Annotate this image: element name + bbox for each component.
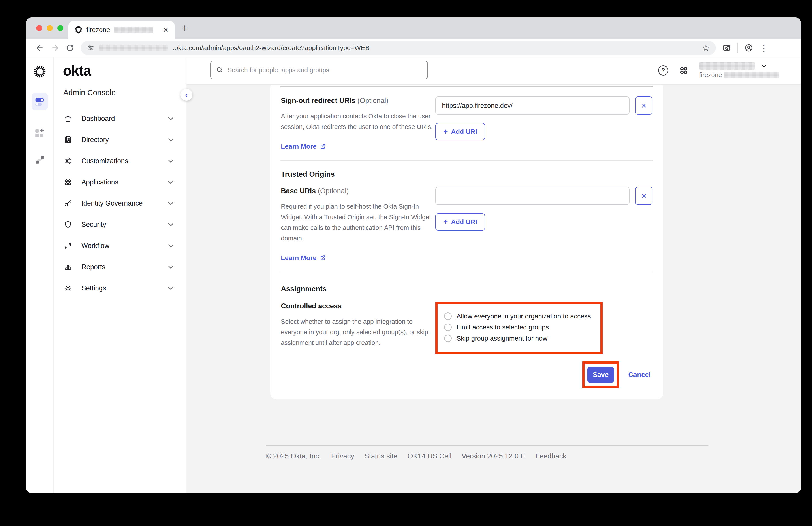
- sidebar-item-customizations[interactable]: Customizations: [54, 151, 186, 172]
- signout-uris-label: Sign-out redirect URIs (Optional): [281, 97, 435, 105]
- reload-icon[interactable]: [66, 44, 74, 52]
- base-uris-section: Base URIs (Optional) Required if you pla…: [270, 179, 663, 272]
- tab-title: firezone: [87, 26, 110, 33]
- footer-link-privacy[interactable]: Privacy: [331, 452, 354, 460]
- base-uri-input[interactable]: [435, 187, 629, 205]
- radio-option-limit-groups[interactable]: Limit access to selected groups: [444, 322, 594, 333]
- footer-link-feedback[interactable]: Feedback: [535, 452, 566, 460]
- sidebar-item-identity-governance[interactable]: Identity Governance: [54, 193, 186, 214]
- search-tabs-icon[interactable]: [722, 44, 731, 52]
- controlled-access-label: Controlled access: [281, 302, 435, 310]
- key-icon: [64, 199, 72, 208]
- radio-option-allow-everyone[interactable]: Allow everyone in your organization to a…: [444, 311, 594, 322]
- trusted-origins-heading: Trusted Origins: [281, 170, 652, 179]
- bookmark-star-icon[interactable]: ☆: [702, 43, 710, 53]
- controlled-access-label-text: Controlled access: [281, 302, 342, 310]
- new-tab-button[interactable]: +: [182, 22, 188, 34]
- radio-button[interactable]: [444, 324, 452, 331]
- signout-uris-label-text: Sign-out redirect URIs: [281, 97, 356, 104]
- cancel-button[interactable]: Cancel: [628, 371, 651, 379]
- chevron-down-icon: [760, 63, 767, 69]
- controlled-access-annotation-box: Allow everyone in your organization to a…: [435, 302, 603, 354]
- workflow-connector-icon[interactable]: [34, 154, 45, 165]
- browser-tab[interactable]: firezone ✕: [68, 21, 175, 39]
- sidebar-item-label: Security: [82, 221, 166, 229]
- external-link-icon: [320, 255, 327, 261]
- footer-version-label: Version 2025.12.0 E: [462, 452, 525, 460]
- radio-label: Skip group assignment for now: [456, 335, 548, 342]
- learn-more-label: Learn More: [281, 254, 317, 262]
- workflow-icon: [64, 242, 72, 250]
- signout-uri-input[interactable]: [435, 97, 629, 115]
- signout-learn-more-link[interactable]: Learn More: [281, 143, 435, 150]
- back-icon[interactable]: [36, 44, 44, 52]
- forward-icon[interactable]: [51, 44, 59, 52]
- sidebar-item-workflow[interactable]: Workflow: [54, 235, 186, 256]
- sidebar-item-applications[interactable]: Applications: [54, 172, 186, 193]
- account-menu[interactable]: firezone: [699, 62, 779, 79]
- bar-chart-icon: [64, 263, 72, 271]
- base-uris-description: Required if you plan to self-host the Ok…: [281, 201, 434, 244]
- remove-base-uri-button[interactable]: ✕: [635, 187, 652, 205]
- close-window-button[interactable]: [36, 25, 42, 31]
- tab-close-icon[interactable]: ✕: [163, 26, 169, 34]
- applications-icon: [64, 178, 72, 186]
- radio-button[interactable]: [444, 335, 452, 342]
- admin-sidebar: okta Admin Console ‹ Dashboard Directory…: [54, 57, 186, 493]
- sidebar-item-label: Reports: [82, 263, 166, 271]
- okta-wordmark: okta: [63, 62, 91, 79]
- help-icon[interactable]: ?: [658, 65, 668, 75]
- okta-logo-icon: [33, 65, 46, 78]
- sidebar-item-security[interactable]: Security: [54, 214, 186, 235]
- okta-favicon: [75, 26, 83, 34]
- assignments-heading: Assignments: [281, 285, 652, 293]
- app-switcher-icon[interactable]: [679, 65, 689, 76]
- org-domain-redacted: [724, 72, 779, 78]
- search-input[interactable]: [228, 67, 422, 74]
- toggles-icon: [34, 96, 45, 107]
- controlled-access-description: Select whether to assign the app integra…: [281, 316, 434, 348]
- sidebar-collapse-button[interactable]: ‹: [180, 89, 192, 101]
- url-bar[interactable]: .okta.com/admin/apps/oauth2-wizard/creat…: [81, 41, 716, 55]
- chevron-down-icon: [166, 157, 175, 165]
- sidebar-item-directory[interactable]: Directory: [54, 129, 186, 151]
- sidebar-item-label: Settings: [82, 284, 166, 292]
- profile-avatar-icon[interactable]: [744, 44, 753, 52]
- browser-menu-icon[interactable]: ⋮: [759, 43, 768, 53]
- shield-icon: [64, 221, 72, 229]
- minimize-window-button[interactable]: [47, 25, 53, 31]
- footer-copyright: © 2025 Okta, Inc.: [266, 452, 321, 460]
- add-signout-uri-button[interactable]: + Add URI: [435, 123, 485, 140]
- save-button[interactable]: Save: [588, 367, 614, 383]
- remove-signout-uri-button[interactable]: ✕: [635, 97, 652, 115]
- gear-icon: [64, 284, 72, 293]
- add-base-uri-button[interactable]: + Add URI: [435, 213, 485, 230]
- add-apps-icon[interactable]: [34, 128, 45, 139]
- signout-redirect-section: Sign-out redirect URIs (Optional) After …: [270, 87, 663, 160]
- optional-tag: (Optional): [358, 97, 389, 104]
- rail-item-admin-console-active[interactable]: [31, 93, 48, 110]
- site-settings-icon[interactable]: [87, 44, 95, 52]
- chevron-down-icon: [166, 199, 175, 208]
- directory-badge-icon: [64, 136, 72, 144]
- footer-link-status-site[interactable]: Status site: [364, 452, 397, 460]
- chevron-down-icon: [166, 178, 175, 186]
- browser-window: firezone ✕ + .okta.com/admin/apps/oauth2…: [26, 17, 801, 493]
- base-uris-label: Base URIs (Optional): [281, 187, 435, 195]
- global-search[interactable]: [210, 61, 428, 79]
- base-uris-label-text: Base URIs: [281, 187, 316, 195]
- maximize-window-button[interactable]: [57, 25, 63, 31]
- radio-label: Limit access to selected groups: [456, 324, 549, 331]
- radio-option-skip-assignment[interactable]: Skip group assignment for now: [444, 333, 594, 344]
- footer-cell-label: OK14 US Cell: [408, 452, 451, 460]
- add-uri-label: Add URI: [451, 128, 477, 136]
- chevron-down-icon: [166, 221, 175, 229]
- sidebar-item-label: Identity Governance: [82, 199, 166, 207]
- sidebar-item-settings[interactable]: Settings: [54, 278, 186, 299]
- sidebar-item-dashboard[interactable]: Dashboard: [54, 108, 186, 129]
- optional-tag: (Optional): [318, 187, 349, 195]
- base-uris-learn-more-link[interactable]: Learn More: [281, 254, 435, 262]
- sidebar-item-reports[interactable]: Reports: [54, 256, 186, 278]
- radio-button[interactable]: [444, 312, 452, 320]
- account-name-redacted: [699, 62, 755, 70]
